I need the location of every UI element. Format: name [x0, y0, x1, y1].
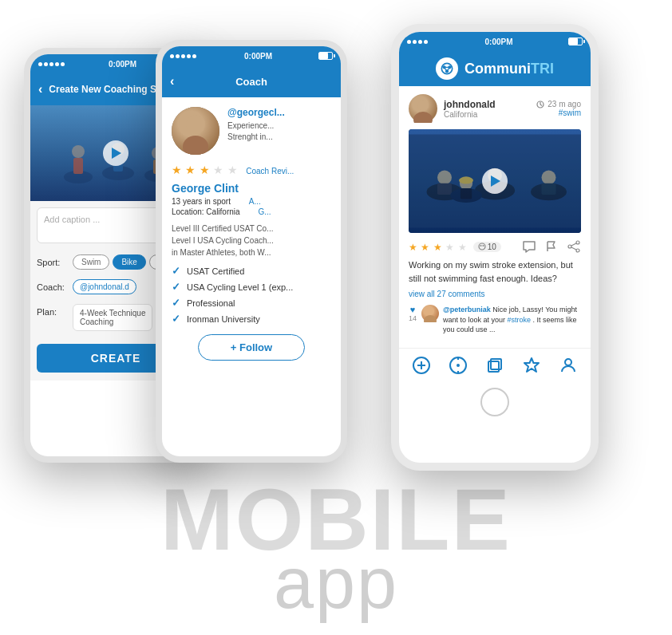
- like-count-num: 10: [488, 243, 496, 251]
- nav-feed-icon[interactable]: [484, 354, 506, 377]
- star-4: ★: [213, 164, 223, 176]
- svg-point-37: [479, 243, 485, 250]
- caption-placeholder: Add caption ...: [44, 215, 100, 224]
- logo-svg: [439, 61, 455, 77]
- battery-icon-3: [568, 37, 583, 45]
- comment-icon[interactable]: [522, 239, 536, 254]
- time-ago: 23 m ago: [536, 100, 581, 108]
- post-star-4: ★: [445, 242, 454, 253]
- svg-rect-55: [491, 359, 501, 369]
- interaction-bar: ★ ★ ★ ★ ★ 10: [409, 239, 581, 254]
- signal-dots: [38, 60, 66, 68]
- nav-add-icon[interactable]: [410, 354, 433, 377]
- svg-point-38: [480, 245, 481, 247]
- svg-point-10: [183, 136, 208, 155]
- follow-button[interactable]: + Follow: [198, 334, 305, 361]
- heart-icon: ♥: [410, 305, 416, 314]
- share-icon[interactable]: [567, 239, 581, 254]
- hashtag-stroke[interactable]: #stroke: [508, 316, 532, 324]
- scene: MOBILE app 0:00PM ‹ Create New Coaching …: [0, 0, 672, 635]
- status-bar-3: 0:00PM: [399, 32, 591, 51]
- play-button-1[interactable]: [103, 140, 128, 166]
- coach-profile-row: @georgecl... Experience... Strenght in..…: [172, 107, 331, 155]
- status-time-1: 0:00PM: [109, 60, 136, 69]
- coach-avatar: [172, 107, 219, 155]
- coach-input[interactable]: @johndonal.d: [73, 279, 136, 294]
- view-comments[interactable]: view all 27 comments: [409, 290, 581, 298]
- sport-label: Sport:: [37, 258, 73, 267]
- cert-4-text: Ironman University: [187, 314, 260, 324]
- nav-profile-icon[interactable]: [557, 354, 579, 377]
- logo-text: CommuniTRI: [464, 61, 554, 77]
- post-video[interactable]: [409, 129, 581, 233]
- logo-icon: [436, 57, 458, 80]
- svg-point-41: [576, 249, 579, 252]
- comment-author[interactable]: @peterbuniak: [443, 306, 491, 314]
- post-text: Working on my swim stroke extension, but…: [409, 258, 581, 285]
- star-5: ★: [227, 164, 238, 176]
- user-row: johndonald California 23 m ago #swim: [409, 94, 581, 123]
- coach-rating: ★ ★ ★ ★ ★ Coach Revi...: [172, 163, 331, 177]
- cert-1-text: USAT Certified: [187, 266, 244, 276]
- status-time-2: 0:00PM: [244, 52, 272, 61]
- comment-text: @peterbuniak Nice job, Lassy! You might …: [443, 305, 581, 335]
- post-star-5: ★: [458, 242, 467, 253]
- svg-point-40: [576, 241, 579, 244]
- check-icon-1: ✓: [172, 265, 180, 277]
- plan-text: 4-Week TechniqueCoaching: [80, 309, 145, 326]
- review-link[interactable]: Coach Revi...: [246, 167, 294, 176]
- mobile-text-background: MOBILE app: [160, 475, 512, 619]
- svg-rect-4: [73, 158, 83, 174]
- battery-icon-2: [318, 52, 333, 60]
- nav-explore-icon[interactable]: [447, 354, 469, 377]
- comment-like[interactable]: ♥ 14: [409, 305, 417, 322]
- svg-line-43: [571, 243, 576, 246]
- star-3: ★: [200, 164, 210, 176]
- cert-2-text: USA Cycling Level 1 (exp...: [187, 282, 293, 292]
- username[interactable]: johndonald: [444, 99, 496, 110]
- plan-label: Plan:: [37, 307, 73, 317]
- sport-swim[interactable]: Swim: [73, 254, 109, 270]
- coach-location: Location: California G...: [172, 207, 331, 216]
- svg-point-35: [459, 177, 473, 184]
- home-button-3[interactable]: [480, 388, 509, 416]
- coach-experience: Experience...: [227, 120, 285, 132]
- plan-value[interactable]: 4-Week TechniqueCoaching: [73, 304, 152, 331]
- post-star-1: ★: [409, 242, 417, 253]
- coach-bio: Level III Certified USAT Co... Level I U…: [172, 223, 331, 258]
- svg-point-31: [542, 171, 556, 185]
- user-avatar: [409, 94, 437, 123]
- sport-bike[interactable]: Bike: [113, 254, 145, 270]
- svg-point-46: [424, 315, 437, 322]
- flag-icon[interactable]: [544, 239, 559, 254]
- status-time-3: 0:00PM: [484, 37, 512, 46]
- coach-info: @georgecl... Experience... Strenght in..…: [227, 107, 285, 143]
- user-hashtag[interactable]: #swim: [536, 108, 581, 117]
- post-rating: ★ ★ ★ ★ ★: [409, 239, 467, 254]
- app-word: app: [160, 547, 512, 619]
- svg-point-45: [426, 307, 434, 315]
- play-button-3[interactable]: [482, 168, 508, 194]
- cert-2: ✓ USA Cycling Level 1 (exp...: [172, 281, 331, 293]
- check-icon-4: ✓: [172, 313, 180, 325]
- cert-4: ✓ Ironman University: [172, 313, 331, 325]
- coach-handle[interactable]: @georgecl...: [227, 107, 285, 118]
- back-icon-2[interactable]: ‹: [170, 74, 174, 89]
- svg-rect-26: [437, 183, 452, 195]
- nav-favorites-icon[interactable]: [520, 354, 543, 377]
- app-header: CommuniTRI: [399, 51, 591, 86]
- back-icon-1[interactable]: ‹: [38, 82, 42, 97]
- post-star-2: ★: [421, 242, 429, 253]
- phone-coach-detail: 0:00PM ‹ Coach: [156, 40, 347, 463]
- cert-1: ✓ USAT Certified: [172, 265, 331, 277]
- coach-label: Coach:: [37, 282, 73, 292]
- avatar-face: [172, 107, 219, 155]
- user-info: johndonald California: [444, 99, 496, 119]
- check-icon-3: ✓: [172, 297, 180, 309]
- cert-3-text: Professional: [187, 298, 235, 308]
- svg-rect-54: [488, 361, 499, 372]
- action-icons: [522, 239, 581, 254]
- svg-point-39: [482, 245, 484, 247]
- status-bar-2: 0:00PM: [162, 46, 341, 65]
- like-count[interactable]: 10: [473, 242, 501, 252]
